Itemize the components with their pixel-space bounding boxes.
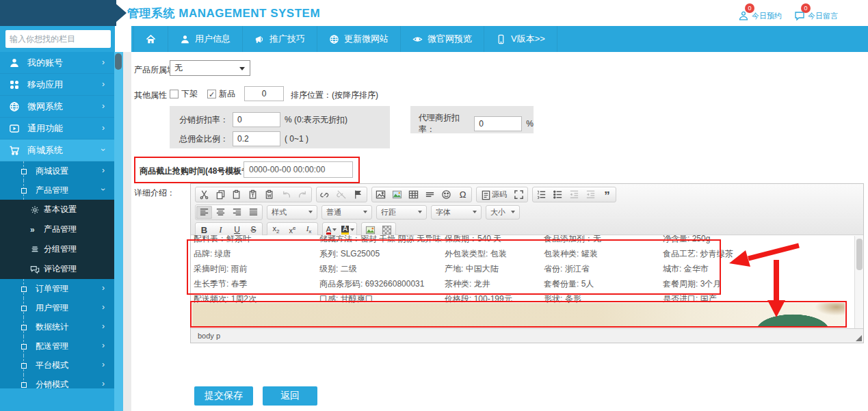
sidebar-item-product-management-sub[interactable]: »产品管理 xyxy=(0,220,114,239)
copy-button[interactable] xyxy=(213,188,228,201)
sidebar-item-data-statistics[interactable]: 数据统计› xyxy=(0,317,114,336)
align-justify-button[interactable] xyxy=(246,206,261,219)
checkbox-box[interactable] xyxy=(207,90,216,98)
image-button[interactable] xyxy=(373,188,389,201)
underline-button[interactable]: U xyxy=(229,224,245,237)
anchor-button[interactable] xyxy=(350,188,366,201)
align-left-button[interactable] xyxy=(196,206,212,219)
table-cell: 省份: 浙江省 xyxy=(544,263,660,275)
maximize-button[interactable] xyxy=(511,188,527,201)
nav-item-home[interactable] xyxy=(133,26,168,52)
align-center-button[interactable] xyxy=(213,206,228,219)
sidebar-item-general-functions[interactable]: 通用功能› xyxy=(0,118,114,140)
nav-item-update-microsite[interactable]: 更新微网站 xyxy=(317,26,401,52)
italic-button[interactable]: I xyxy=(213,224,228,237)
dropdown-样式[interactable]: 样式 xyxy=(267,205,317,220)
sidebar-item-comment-management[interactable]: 评论管理 xyxy=(0,259,114,279)
list-ol-button[interactable] xyxy=(534,188,549,201)
dropdown-label: 大小 xyxy=(490,207,505,217)
strike-button[interactable]: S xyxy=(246,224,261,237)
bg-color-button[interactable]: A xyxy=(340,224,356,237)
remove-format-button[interactable]: Ix xyxy=(301,224,317,237)
sidebar-item-mobile-apps[interactable]: 移动应用› xyxy=(0,74,114,96)
sidebar-item-platform-mode[interactable]: 平台模式› xyxy=(0,356,114,375)
deadline-input[interactable] xyxy=(244,161,353,178)
sidebar-scrollbar-thumb[interactable] xyxy=(115,53,122,70)
commission-ratio-input[interactable] xyxy=(233,131,280,146)
sidebar-item-mall-system[interactable]: 商城系统› xyxy=(0,140,114,161)
agent-rate-input[interactable] xyxy=(474,116,522,131)
resize-handle-icon[interactable] xyxy=(856,335,862,341)
sidebar-item-my-account[interactable]: 我的账号› xyxy=(0,52,114,74)
submit-save-button[interactable]: 提交保存 xyxy=(194,386,253,406)
superscript-button[interactable]: xe xyxy=(285,224,300,237)
nav-item-label: 用户信息 xyxy=(195,33,231,45)
megaphone-icon xyxy=(254,34,265,44)
sidebar-item-delivery-management[interactable]: 配送管理› xyxy=(0,336,114,356)
hr-button[interactable] xyxy=(422,188,438,201)
dropdown-字体[interactable]: 字体 xyxy=(431,205,482,220)
table-cell: 生长季节: 春季 xyxy=(194,278,317,290)
chevron-right-icon: › xyxy=(102,165,105,175)
quote-button[interactable]: ” xyxy=(599,188,615,201)
cut-button[interactable] xyxy=(196,188,212,201)
sidebar-item-product-management[interactable]: 产品管理› xyxy=(0,181,114,200)
redo-button[interactable] xyxy=(295,188,311,201)
editor-scrollbar[interactable] xyxy=(854,236,863,328)
bold-button[interactable]: B xyxy=(196,224,212,237)
unlink-button[interactable] xyxy=(334,188,350,201)
checkbox-box[interactable] xyxy=(170,90,179,98)
mosaic-button[interactable] xyxy=(379,224,395,237)
table-row: 采摘时间: 雨前级别: 二级产地: 中国大陆省份: 浙江省城市: 金华市 xyxy=(194,261,843,276)
table-cell: 套餐周期: 3个月 xyxy=(663,278,843,290)
checkbox-下架[interactable]: 下架 xyxy=(170,88,198,100)
image-upload-button[interactable] xyxy=(363,224,378,237)
sidebar-item-microweb-system[interactable]: 微网系统› xyxy=(0,96,114,118)
nav-item-microsite-preview[interactable]: 微官网预览 xyxy=(401,26,484,52)
search-input[interactable] xyxy=(10,30,90,48)
nav-item-user-info[interactable]: 用户信息 xyxy=(168,26,243,52)
nav-item-promo-tips[interactable]: 推广技巧 xyxy=(243,26,317,52)
sidebar-item-order-management[interactable]: 订单管理› xyxy=(0,279,114,298)
table-button[interactable] xyxy=(406,188,421,201)
today-booking[interactable]: 今日预约0 xyxy=(738,6,782,21)
today-message[interactable]: 今日留言0 xyxy=(794,6,838,21)
indent-button[interactable] xyxy=(583,188,599,201)
dropdown-普通[interactable]: 普通 xyxy=(321,205,372,220)
link-button[interactable] xyxy=(317,188,333,201)
sidebar-scrollbar[interactable] xyxy=(114,52,123,411)
sidebar-item-basic-settings[interactable]: 基本设置 xyxy=(0,200,114,220)
sidebar-menu: 我的账号›移动应用›微网系统›通用功能›商城系统›商城设置›产品管理›基本设置»… xyxy=(0,52,114,394)
table-cell: 储藏方法：密封 干燥 阴凉 无异味处存放 xyxy=(319,235,442,245)
element-path[interactable]: body p xyxy=(198,332,220,340)
subscript-button[interactable]: x2 xyxy=(268,224,284,237)
image-color-button[interactable] xyxy=(389,188,405,201)
chevron-right-icon: › xyxy=(102,101,105,111)
omega-button[interactable]: Ω xyxy=(455,188,471,201)
editor-scrollbar-thumb[interactable] xyxy=(856,239,863,270)
checkbox-新品[interactable]: 新品 xyxy=(207,88,235,100)
city-select[interactable]: 无 xyxy=(170,60,250,76)
text-color-button[interactable]: A xyxy=(324,224,339,237)
sidebar-item-label: 产品管理 xyxy=(44,224,77,235)
paste-word-button[interactable] xyxy=(262,188,278,201)
paste-button[interactable] xyxy=(229,188,245,201)
smiley-button[interactable] xyxy=(438,188,454,201)
sort-position-input[interactable] xyxy=(244,86,284,101)
align-right-button[interactable] xyxy=(229,206,245,219)
sidebar-item-mall-settings[interactable]: 商城设置› xyxy=(0,161,114,181)
back-button[interactable]: 返回 xyxy=(263,386,317,406)
outdent-button[interactable] xyxy=(566,188,582,201)
sidebar-item-user-management[interactable]: 用户管理› xyxy=(0,298,114,317)
nav-item-v-version[interactable]: V版本>> xyxy=(484,26,557,52)
search-icon[interactable] xyxy=(95,33,107,44)
qr-code-icon[interactable] xyxy=(850,8,865,23)
dropdown-大小[interactable]: 大小 xyxy=(486,205,520,220)
dropdown-行距[interactable]: 行距 xyxy=(376,205,427,220)
source-button[interactable]: 源码 xyxy=(477,188,510,201)
undo-button[interactable] xyxy=(278,188,294,201)
paste-text-button[interactable] xyxy=(246,188,261,201)
sidebar-item-group-management[interactable]: 分组管理 xyxy=(0,239,114,259)
distribution-rate-input[interactable] xyxy=(233,112,280,127)
list-ul-button[interactable] xyxy=(550,188,566,201)
